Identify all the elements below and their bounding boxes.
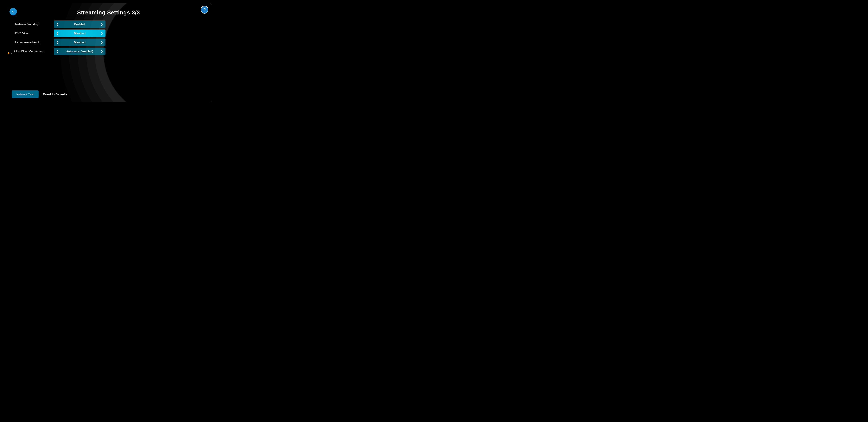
help-button[interactable]: ? [200,6,208,13]
screen: ? < Streaming Settings 3/3 Hardware Deco… [5,3,212,102]
hardware-decoding-value: Enabled [60,23,99,26]
allow-direct-connection-left-arrow[interactable]: ❮ [54,48,60,55]
hardware-decoding-left-arrow[interactable]: ❮ [54,21,60,28]
hardware-decoding-control: ❮ Enabled ❯ [54,21,105,28]
hevc-video-label: HEVC Video [14,32,51,35]
allow-direct-connection-label: Allow Direct Connection [14,50,51,53]
dot-decoration [8,51,12,55]
hevc-video-right-arrow[interactable]: ❯ [99,30,105,37]
hevc-video-control: ❮ Disabled ❯ [54,30,105,37]
uncompressed-audio-label: Uncompressed Audio [14,41,51,44]
back-button[interactable]: < [9,8,17,15]
white-dot [11,53,12,54]
uncompressed-audio-left-arrow[interactable]: ❮ [54,38,60,46]
allow-direct-connection-right-arrow[interactable]: ❯ [99,48,105,55]
uncompressed-audio-control: ❮ Disabled ❯ [54,38,105,46]
hevc-video-value: Disabled [60,32,99,35]
setting-row-hevc-video: HEVC Video ❮ Disabled ❯ [14,30,203,37]
setting-row-hardware-decoding: Hardware Decoding ❮ Enabled ❯ [14,21,203,28]
uncompressed-audio-value: Disabled [60,41,99,44]
allow-direct-connection-value: Automatic (enabled) [60,50,99,53]
hardware-decoding-right-arrow[interactable]: ❯ [99,21,105,28]
page-title: Streaming Settings 3/3 [11,7,206,16]
uncompressed-audio-right-arrow[interactable]: ❯ [99,38,105,46]
hardware-decoding-label: Hardware Decoding [14,23,51,26]
orange-dot [8,52,9,54]
hevc-video-left-arrow[interactable]: ❮ [54,30,60,37]
setting-row-uncompressed-audio: Uncompressed Audio ❮ Disabled ❯ [14,38,203,46]
allow-direct-connection-control: ❮ Automatic (enabled) ❯ [54,48,105,55]
bottom-buttons: Network Test Reset to Defaults [11,90,67,98]
network-test-button[interactable]: Network Test [11,90,38,98]
settings-area: Hardware Decoding ❮ Enabled ❯ HEVC Video… [11,21,206,55]
setting-row-allow-direct-connection: Allow Direct Connection ❮ Automatic (ena… [14,48,203,55]
reset-to-defaults-button[interactable]: Reset to Defaults [43,93,67,96]
